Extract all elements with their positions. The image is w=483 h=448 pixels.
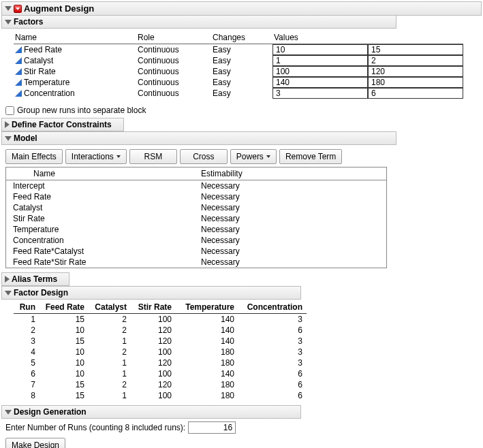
model-term-name: Feed Rate*Stir Rate bbox=[6, 257, 197, 268]
fd-cell: 6 bbox=[14, 368, 40, 379]
fd-cell: 180 bbox=[176, 347, 238, 357]
fd-cell: 2 bbox=[14, 325, 40, 336]
fd-cell: 140 bbox=[176, 336, 238, 347]
fd-cell: 140 bbox=[176, 325, 238, 336]
factor-design-title: Factor Design bbox=[14, 288, 68, 298]
factor-changes[interactable]: Easy bbox=[211, 44, 272, 55]
remove-term-button[interactable]: Remove Term bbox=[279, 149, 342, 164]
fd-cell: 100 bbox=[131, 390, 176, 401]
model-term-estimability: Necessary bbox=[197, 202, 386, 213]
fd-cell: 1 bbox=[89, 357, 131, 368]
fd-cell: 3 bbox=[238, 336, 307, 347]
factor-value-low[interactable]: 3 bbox=[272, 88, 368, 99]
design-gen-title: Design Generation bbox=[14, 407, 87, 417]
main-effects-button[interactable]: Main Effects bbox=[5, 149, 63, 164]
model-header[interactable]: Model bbox=[1, 131, 396, 145]
group-runs-checkbox[interactable] bbox=[5, 106, 14, 115]
factor-value-low[interactable]: 100 bbox=[272, 66, 368, 77]
factor-changes[interactable]: Easy bbox=[211, 55, 272, 66]
factors-title: Factors bbox=[14, 17, 43, 27]
factor-role[interactable]: Continuous bbox=[136, 77, 211, 88]
model-term-name: Stir Rate bbox=[6, 213, 197, 224]
alias-header[interactable]: Alias Terms bbox=[1, 272, 69, 286]
factor-role[interactable]: Continuous bbox=[136, 44, 211, 55]
factor-changes[interactable]: Easy bbox=[211, 66, 272, 77]
fd-cell: 3 bbox=[14, 336, 40, 347]
powers-button[interactable]: Powers bbox=[230, 149, 277, 164]
factor-value-high[interactable]: 15 bbox=[368, 44, 463, 55]
factor-value-high[interactable]: 6 bbox=[368, 88, 463, 99]
fd-cell: 100 bbox=[131, 347, 176, 357]
factors-col-2: Changes bbox=[211, 31, 272, 44]
cross-button[interactable]: Cross bbox=[180, 149, 228, 164]
factor-name[interactable]: Catalyst bbox=[14, 55, 136, 66]
fd-cell: 140 bbox=[176, 368, 238, 379]
factor-value-high[interactable]: 120 bbox=[368, 66, 463, 77]
factor-value-low[interactable]: 1 bbox=[272, 55, 368, 66]
model-row[interactable]: Stir Rate Necessary bbox=[6, 213, 386, 224]
continuous-icon bbox=[15, 68, 22, 75]
fd-cell: 15 bbox=[40, 314, 89, 325]
disclosure-open-icon bbox=[5, 6, 12, 11]
fd-cell: 15 bbox=[40, 390, 89, 401]
rsm-button[interactable]: RSM bbox=[129, 149, 177, 164]
factor-role[interactable]: Continuous bbox=[136, 66, 211, 77]
model-col-estimability: Estimability bbox=[197, 167, 386, 180]
fd-cell: 2 bbox=[89, 314, 131, 325]
make-design-button[interactable]: Make Design bbox=[5, 438, 65, 448]
factor-changes[interactable]: Easy bbox=[211, 77, 272, 88]
factor-value-high[interactable]: 2 bbox=[368, 55, 463, 66]
factors-col-1: Role bbox=[136, 31, 211, 44]
factor-design-header[interactable]: Factor Design bbox=[1, 286, 301, 300]
model-row[interactable]: Feed Rate Necessary bbox=[6, 191, 386, 202]
factor-value-high[interactable]: 180 bbox=[368, 77, 463, 88]
model-term-name: Temperature bbox=[6, 224, 197, 235]
model-row[interactable]: Feed Rate*Stir Rate Necessary bbox=[6, 257, 386, 268]
design-gen-header[interactable]: Design Generation bbox=[1, 405, 301, 419]
disclosure-open-icon bbox=[5, 410, 12, 415]
model-row[interactable]: Temperature Necessary bbox=[6, 224, 386, 235]
dropdown-icon bbox=[116, 155, 121, 158]
fd-cell: 120 bbox=[131, 357, 176, 368]
model-row[interactable]: Feed Rate*Catalyst Necessary bbox=[6, 246, 386, 257]
fd-cell: 6 bbox=[238, 390, 307, 401]
fd-cell: 180 bbox=[176, 379, 238, 390]
model-term-estimability: Necessary bbox=[197, 235, 386, 246]
fd-cell: 1 bbox=[89, 368, 131, 379]
interactions-button[interactable]: Interactions bbox=[65, 149, 127, 164]
fd-cell: 180 bbox=[176, 357, 238, 368]
fd-col: Catalyst bbox=[89, 301, 131, 314]
continuous-icon bbox=[15, 79, 22, 86]
red-menu-icon[interactable] bbox=[14, 5, 22, 13]
fd-cell: 6 bbox=[238, 325, 307, 336]
factor-name[interactable]: Feed Rate bbox=[14, 44, 136, 55]
factor-name[interactable]: Concentration bbox=[14, 88, 136, 99]
factor-value-low[interactable]: 10 bbox=[272, 44, 368, 55]
disclosure-open-icon bbox=[5, 291, 12, 295]
fd-cell: 10 bbox=[40, 368, 89, 379]
factor-value-low[interactable]: 140 bbox=[272, 77, 368, 88]
model-term-name: Intercept bbox=[6, 180, 197, 191]
augment-design-header[interactable]: Augment Design bbox=[1, 1, 482, 16]
fd-cell: 120 bbox=[131, 379, 176, 390]
augment-design-title: Augment Design bbox=[24, 3, 94, 14]
factor-role[interactable]: Continuous bbox=[136, 88, 211, 99]
model-row[interactable]: Catalyst Necessary bbox=[6, 202, 386, 213]
num-runs-input[interactable] bbox=[188, 421, 236, 434]
model-term-estimability: Necessary bbox=[197, 257, 386, 268]
factor-role[interactable]: Continuous bbox=[136, 55, 211, 66]
factor-name[interactable]: Stir Rate bbox=[14, 66, 136, 77]
fd-cell: 120 bbox=[131, 325, 176, 336]
factor-name[interactable]: Temperature bbox=[14, 77, 136, 88]
fd-cell: 5 bbox=[14, 357, 40, 368]
constraints-header[interactable]: Define Factor Constraints bbox=[1, 118, 124, 131]
model-row[interactable]: Concentration Necessary bbox=[6, 235, 386, 246]
model-term-estimability: Necessary bbox=[197, 246, 386, 257]
fd-col: Feed Rate bbox=[40, 301, 89, 314]
model-row[interactable]: Intercept Necessary bbox=[6, 180, 386, 191]
factor-changes[interactable]: Easy bbox=[211, 88, 272, 99]
fd-col: Temperature bbox=[176, 301, 238, 314]
factors-header[interactable]: Factors bbox=[1, 16, 396, 29]
fd-cell: 2 bbox=[89, 347, 131, 357]
fd-cell: 2 bbox=[89, 325, 131, 336]
